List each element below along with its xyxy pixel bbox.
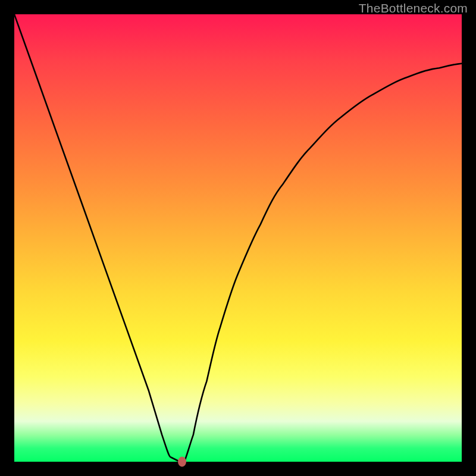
plot-area <box>14 14 462 462</box>
minimum-marker <box>178 457 186 467</box>
bottleneck-curve <box>14 14 462 462</box>
chart-frame: TheBottleneck.com <box>0 0 476 476</box>
watermark-text: TheBottleneck.com <box>359 1 468 15</box>
